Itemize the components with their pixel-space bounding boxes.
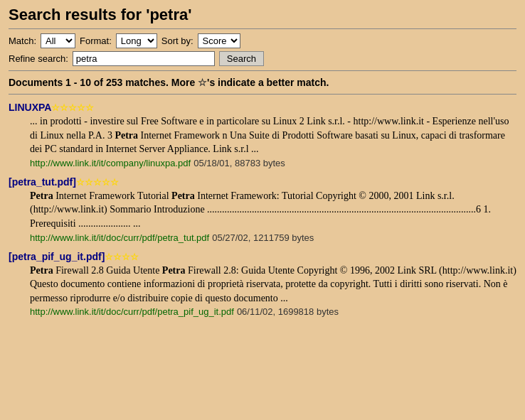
result-snippet-linuxpa: ... in prodotti - investire sul Free Sof… bbox=[30, 114, 516, 156]
result-title-petra-pif: [petra_pif_ug_it.pdf]☆☆☆☆ bbox=[9, 251, 516, 262]
result-link-petra-tut[interactable]: [petra_tut.pdf] bbox=[9, 176, 76, 188]
result-title-petra-tut: [petra_tut.pdf]☆☆☆☆☆ bbox=[9, 176, 516, 188]
sortby-label: Sort by: bbox=[161, 36, 193, 46]
sortby-select[interactable]: Score Date Title bbox=[198, 33, 240, 48]
refine-label: Refine search: bbox=[9, 53, 68, 64]
result-stars-petra-pif: ☆☆☆☆ bbox=[105, 252, 139, 262]
format-label: Format: bbox=[80, 36, 112, 46]
result-meta-petra-pif: 06/11/02, 1699818 bytes bbox=[237, 306, 339, 317]
page-container: Search results for 'petra' Match: All An… bbox=[0, 0, 525, 328]
result-meta-petra-tut: 05/27/02, 1211759 bytes bbox=[212, 232, 314, 243]
summary-star: ☆ bbox=[198, 77, 207, 88]
result-url-link-petra-pif[interactable]: http://www.link.it/it/doc/curr/pdf/petra… bbox=[30, 306, 234, 317]
search-button[interactable]: Search bbox=[219, 51, 264, 66]
summary-text2: 's indicate a better match. bbox=[207, 77, 329, 88]
result-link-petra-pif[interactable]: [petra_pif_ug_it.pdf] bbox=[9, 251, 105, 262]
refine-input[interactable] bbox=[73, 51, 215, 66]
format-select[interactable]: Long Short bbox=[116, 33, 157, 48]
summary-text1: Documents 1 - 10 of 253 matches. More bbox=[9, 77, 198, 88]
match-select[interactable]: All Any bbox=[41, 33, 75, 48]
result-title-linuxpa: LINUXPA☆☆☆☆☆ bbox=[9, 102, 516, 113]
results-summary: Documents 1 - 10 of 253 matches. More ☆'… bbox=[9, 77, 516, 88]
result-stars-linuxpa: ☆☆☆☆☆ bbox=[51, 102, 94, 113]
divider-top bbox=[9, 28, 516, 29]
result-link-linuxpa[interactable]: LINUXPA bbox=[9, 102, 51, 113]
result-item-petra-tut: [petra_tut.pdf]☆☆☆☆☆ Petra Internet Fram… bbox=[9, 176, 516, 244]
controls-row: Match: All Any Format: Long Short Sort b… bbox=[9, 33, 516, 48]
result-snippet-petra-tut: Petra Internet Framework Tutorial Petra … bbox=[30, 189, 516, 231]
divider-mid bbox=[9, 70, 516, 71]
refine-row: Refine search: Search bbox=[9, 51, 516, 66]
result-url-linuxpa: http://www.link.it/it/company/linuxpa.pd… bbox=[30, 158, 516, 169]
divider-results bbox=[9, 94, 516, 95]
result-url-petra-pif: http://www.link.it/it/doc/curr/pdf/petra… bbox=[30, 306, 516, 318]
match-label: Match: bbox=[9, 36, 36, 46]
result-url-link-linuxpa[interactable]: http://www.link.it/it/company/linuxpa.pd… bbox=[30, 158, 191, 168]
page-title: Search results for 'petra' bbox=[9, 6, 516, 24]
result-stars-petra-tut: ☆☆☆☆☆ bbox=[76, 177, 119, 188]
result-item-petra-pif: [petra_pif_ug_it.pdf]☆☆☆☆ Petra Firewall… bbox=[9, 251, 516, 318]
result-meta-linuxpa: 05/18/01, 88783 bytes bbox=[193, 158, 285, 168]
result-item-linuxpa: LINUXPA☆☆☆☆☆ ... in prodotti - investire… bbox=[9, 102, 516, 169]
result-snippet-petra-pif: Petra Firewall 2.8 Guida Utente Petra Fi… bbox=[30, 264, 516, 306]
result-url-petra-tut: http://www.link.it/it/doc/curr/pdf/petra… bbox=[30, 232, 516, 244]
result-url-link-petra-tut[interactable]: http://www.link.it/it/doc/curr/pdf/petra… bbox=[30, 232, 209, 243]
